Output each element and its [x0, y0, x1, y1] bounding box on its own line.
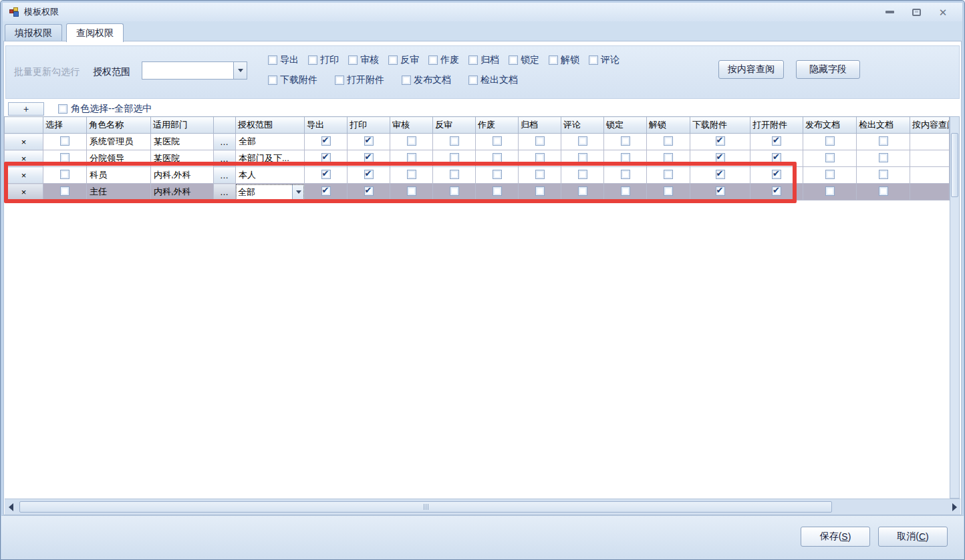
解锁-checkbox[interactable]	[549, 55, 558, 65]
检出文档-row-checkbox[interactable]	[879, 170, 888, 179]
导出-row-checkbox[interactable]	[321, 186, 331, 196]
close-button[interactable]: ✕	[936, 6, 950, 18]
检出文档-row-checkbox[interactable]	[879, 186, 888, 196]
scope-editor-dropdown-button[interactable]	[292, 184, 304, 200]
column-header-选择[interactable]: 选择	[43, 117, 87, 134]
归档-row-checkbox[interactable]	[535, 136, 545, 146]
role-name-cell[interactable]: 科员	[87, 167, 151, 184]
scope-combobox[interactable]	[142, 61, 247, 80]
scope-cell-editor[interactable]: 全部	[236, 184, 304, 200]
发布文档-checkbox[interactable]	[402, 76, 411, 85]
反审-row-checkbox[interactable]	[450, 153, 459, 162]
column-header-发布文档[interactable]: 发布文档	[803, 117, 857, 134]
department-cell[interactable]: 内科,外科	[151, 184, 214, 200]
打开附件-row-checkbox[interactable]	[772, 186, 781, 196]
row-select-checkbox[interactable]	[60, 136, 70, 146]
下载附件-row-checkbox[interactable]	[716, 186, 725, 196]
评论-row-checkbox[interactable]	[578, 153, 587, 162]
反审-row-checkbox[interactable]	[450, 136, 459, 146]
scope-cell[interactable]: 本人	[236, 167, 305, 184]
导出-row-checkbox[interactable]	[321, 153, 331, 162]
作废-row-checkbox[interactable]	[493, 186, 502, 196]
column-header-blank-0[interactable]	[5, 117, 43, 134]
打开附件-row-checkbox[interactable]	[772, 136, 781, 146]
反审-row-checkbox[interactable]	[450, 170, 459, 179]
delete-row-button[interactable]: ×	[5, 134, 43, 150]
导出-checkbox[interactable]	[268, 55, 277, 65]
评论-row-checkbox[interactable]	[578, 186, 587, 196]
归档-row-checkbox[interactable]	[535, 170, 545, 179]
审核-row-checkbox[interactable]	[407, 153, 416, 162]
解锁-row-checkbox[interactable]	[664, 170, 673, 179]
打印-checkbox[interactable]	[308, 55, 317, 65]
delete-row-button[interactable]: ×	[5, 150, 43, 167]
row-select-checkbox[interactable]	[60, 153, 70, 162]
导出-row-checkbox[interactable]	[321, 136, 331, 146]
发布文档-row-checkbox[interactable]	[825, 186, 835, 196]
column-header-作废[interactable]: 作废	[476, 117, 519, 134]
发布文档-row-checkbox[interactable]	[825, 153, 835, 162]
minimize-button[interactable]	[882, 6, 897, 18]
打印-row-checkbox[interactable]	[364, 153, 374, 162]
评论-row-checkbox[interactable]	[578, 136, 587, 146]
column-header-锁定[interactable]: 锁定	[604, 117, 647, 134]
作废-row-checkbox[interactable]	[493, 153, 502, 162]
scope-cell[interactable]: 本部门及下...	[236, 150, 305, 167]
归档-checkbox[interactable]	[468, 55, 478, 65]
打开附件-checkbox[interactable]	[335, 76, 344, 85]
view-by-content-button[interactable]: 按内容查阅	[718, 60, 784, 79]
下载附件-row-checkbox[interactable]	[716, 136, 725, 146]
column-header-导出[interactable]: 导出	[305, 117, 348, 134]
评论-row-checkbox[interactable]	[578, 170, 587, 179]
add-row-button[interactable]: +	[8, 102, 44, 116]
打印-row-checkbox[interactable]	[364, 186, 374, 196]
role-name-cell[interactable]: 主任	[87, 184, 151, 200]
tab-fill-permissions[interactable]: 填报权限	[5, 24, 62, 42]
delete-row-button[interactable]: ×	[5, 184, 43, 200]
下载附件-row-checkbox[interactable]	[716, 153, 725, 162]
scope-combobox-dropdown-button[interactable]	[233, 62, 247, 79]
作废-checkbox[interactable]	[428, 55, 438, 65]
column-header-检出文档[interactable]: 检出文档	[857, 117, 910, 134]
打印-row-checkbox[interactable]	[364, 170, 374, 179]
锁定-row-checkbox[interactable]	[621, 186, 630, 196]
column-header-打开附件[interactable]: 打开附件	[750, 117, 803, 134]
检出文档-row-checkbox[interactable]	[879, 136, 888, 146]
column-header-评论[interactable]: 评论	[561, 117, 604, 134]
检出文档-row-checkbox[interactable]	[879, 153, 888, 162]
vertical-scrollbar[interactable]	[950, 116, 960, 499]
scope-cell[interactable]: 全部	[236, 134, 305, 150]
column-header-角色名称[interactable]: 角色名称	[87, 117, 151, 134]
column-header-归档[interactable]: 归档	[519, 117, 561, 134]
解锁-row-checkbox[interactable]	[664, 186, 673, 196]
锁定-row-checkbox[interactable]	[621, 136, 630, 146]
department-cell[interactable]: 某医院	[151, 134, 214, 150]
column-header-按内容查阅[interactable]: 按内容查阅	[910, 117, 950, 134]
打开附件-row-checkbox[interactable]	[772, 170, 781, 179]
role-name-cell[interactable]: 系统管理员	[87, 134, 151, 150]
审核-row-checkbox[interactable]	[407, 170, 416, 179]
department-browse-button[interactable]: …	[214, 134, 236, 150]
反审-checkbox[interactable]	[388, 55, 398, 65]
department-browse-button[interactable]: …	[214, 150, 236, 167]
tab-view-permissions[interactable]: 查阅权限	[66, 23, 124, 42]
锁定-checkbox[interactable]	[509, 55, 518, 65]
发布文档-row-checkbox[interactable]	[825, 170, 835, 179]
锁定-row-checkbox[interactable]	[621, 153, 630, 162]
column-header-下载附件[interactable]: 下载附件	[690, 117, 750, 134]
delete-row-button[interactable]: ×	[5, 167, 43, 184]
作废-row-checkbox[interactable]	[493, 136, 502, 146]
column-header-打印[interactable]: 打印	[348, 117, 390, 134]
发布文档-row-checkbox[interactable]	[825, 136, 835, 146]
解锁-row-checkbox[interactable]	[664, 153, 673, 162]
department-browse-button[interactable]: …	[214, 167, 236, 184]
scroll-right-button[interactable]	[950, 502, 959, 512]
归档-row-checkbox[interactable]	[535, 186, 545, 196]
scope-cell[interactable]: 全部	[236, 184, 305, 200]
column-header-适用部门[interactable]: 适用部门	[151, 117, 214, 134]
row-select-checkbox[interactable]	[60, 170, 70, 179]
department-cell[interactable]: 某医院	[151, 150, 214, 167]
解锁-row-checkbox[interactable]	[664, 136, 673, 146]
select-all-checkbox[interactable]	[58, 104, 67, 114]
column-header-授权范围[interactable]: 授权范围	[236, 117, 305, 134]
